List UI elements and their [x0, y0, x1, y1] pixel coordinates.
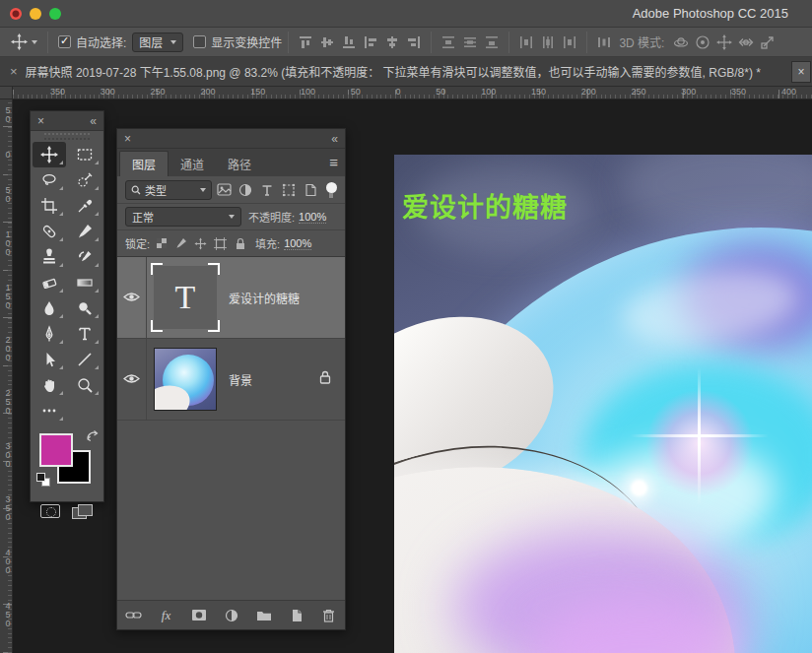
more-tools[interactable]	[33, 398, 66, 424]
distribute-bottom-edges-icon[interactable]	[481, 32, 503, 53]
lock-position-icon[interactable]	[192, 235, 209, 251]
swap-colors-icon[interactable]	[86, 429, 99, 444]
show-transform-checkbox[interactable]	[193, 35, 206, 48]
tools-panel-close-icon[interactable]	[37, 114, 44, 128]
eraser-tool[interactable]	[33, 270, 66, 295]
history-brush-tool[interactable]	[68, 244, 102, 270]
document-canvas[interactable]: 爱设计的糖糖	[394, 155, 812, 653]
lasso-tool[interactable]	[33, 167, 66, 193]
layer-row-background[interactable]: 背景	[117, 339, 345, 421]
distribute-spacing-icon[interactable]	[593, 32, 615, 53]
filter-on-off-switch[interactable]	[325, 181, 337, 199]
align-right-edges-icon[interactable]	[403, 32, 425, 53]
align-horizontal-centers-icon[interactable]	[381, 32, 403, 53]
3d-pan-icon[interactable]	[713, 32, 735, 53]
opacity-value[interactable]: 100%	[299, 211, 326, 224]
dodge-tool[interactable]	[68, 295, 102, 321]
document-tab-title[interactable]: 屏幕快照 2019-07-28 下午1.55.08.png @ 83.2% (填…	[26, 63, 791, 80]
default-colors-icon[interactable]	[36, 473, 51, 488]
tab-channels[interactable]: 通道	[169, 151, 216, 176]
canvas-text-layer[interactable]: 爱设计的糖糖	[402, 186, 568, 225]
zoom-window-button[interactable]	[49, 8, 61, 20]
hand-tool[interactable]	[33, 372, 66, 398]
gradient-tool[interactable]	[68, 270, 102, 295]
zoom-tool[interactable]	[68, 372, 102, 398]
delete-layer-icon[interactable]	[319, 606, 339, 625]
text-layer-thumbnail[interactable]: T	[154, 266, 217, 329]
screen-mode-button[interactable]	[72, 504, 94, 518]
link-layers-icon[interactable]	[124, 606, 144, 625]
layer-name[interactable]: 背景	[229, 371, 319, 388]
layers-panel-close-icon[interactable]	[124, 132, 131, 146]
crop-tool[interactable]	[33, 193, 66, 219]
align-vertical-centers-icon[interactable]	[316, 32, 338, 53]
pen-tool[interactable]	[33, 321, 66, 347]
filter-pixel-layers-icon[interactable]	[215, 181, 234, 199]
3d-roll-icon[interactable]	[692, 32, 713, 53]
lock-row: 锁定: 填充: 100%	[117, 230, 345, 257]
rectangular-marquee-tool[interactable]	[68, 142, 102, 167]
tool-preset-chevron-icon[interactable]	[32, 40, 37, 44]
quick-mask-button[interactable]	[40, 504, 60, 518]
lock-all-icon[interactable]	[232, 235, 248, 251]
new-group-icon[interactable]	[254, 606, 274, 625]
filter-type-layers-icon[interactable]	[258, 181, 277, 199]
blend-mode-dropdown[interactable]: 正常	[125, 207, 241, 227]
3d-orbit-icon[interactable]	[670, 32, 692, 53]
eyedropper-tool[interactable]	[68, 193, 102, 219]
auto-select-checkbox[interactable]	[58, 35, 71, 48]
align-left-edges-icon[interactable]	[360, 32, 381, 53]
filter-smart-objects-icon[interactable]	[302, 181, 320, 199]
opacity-label: 不透明度:	[248, 209, 295, 225]
document-tab-close-icon[interactable]	[0, 64, 26, 79]
tools-panel-collapse-icon[interactable]	[90, 114, 97, 128]
foreground-color-swatch[interactable]	[39, 433, 73, 467]
filter-type-dropdown[interactable]: 类型	[125, 180, 212, 200]
move-tool-options-icon[interactable]	[6, 32, 32, 53]
new-adjustment-layer-icon[interactable]	[222, 606, 241, 625]
lock-image-pixels-icon[interactable]	[172, 235, 189, 251]
distribute-vertical-centers-icon[interactable]	[459, 32, 481, 53]
distribute-horizontal-centers-icon[interactable]	[537, 32, 559, 53]
move-tool[interactable]	[33, 142, 66, 167]
3d-slide-icon[interactable]	[735, 32, 757, 53]
layers-panel-collapse-icon[interactable]	[331, 132, 338, 146]
minimize-window-button[interactable]	[30, 8, 41, 20]
close-window-button[interactable]	[10, 8, 22, 20]
path-selection-tool[interactable]	[33, 347, 66, 372]
panel-menu-icon[interactable]	[329, 154, 338, 170]
new-layer-icon[interactable]	[287, 606, 306, 625]
distribute-right-edges-icon[interactable]	[559, 32, 580, 53]
spot-healing-brush-tool[interactable]	[33, 219, 66, 244]
filter-adjustment-layers-icon[interactable]	[237, 181, 255, 199]
add-layer-mask-icon[interactable]	[189, 606, 209, 625]
align-top-edges-icon[interactable]	[295, 32, 316, 53]
lock-transparent-pixels-icon[interactable]	[153, 235, 169, 251]
type-tool[interactable]	[68, 321, 102, 347]
line-tool[interactable]	[68, 347, 102, 372]
layer-row-text[interactable]: T 爱设计的糖糖	[117, 257, 345, 339]
clone-stamp-tool[interactable]	[33, 244, 66, 270]
filter-shape-layers-icon[interactable]	[280, 181, 299, 199]
tab-layers[interactable]: 图层	[119, 151, 169, 176]
layer-visibility-toggle[interactable]	[117, 257, 147, 338]
auto-select-dropdown[interactable]: 图层	[132, 33, 183, 52]
layer-style-button[interactable]: fx	[157, 606, 176, 625]
quick-selection-tool[interactable]	[68, 167, 102, 193]
lock-artboard-icon[interactable]	[212, 235, 229, 251]
fill-value[interactable]: 100%	[284, 237, 311, 250]
3d-scale-icon[interactable]	[757, 32, 778, 53]
horizontal-ruler[interactable]: 3503002502001501005005010015020025030035…	[13, 87, 812, 99]
tools-panel-grip[interactable]	[44, 133, 90, 140]
distribute-top-edges-icon[interactable]	[438, 32, 459, 53]
tab-bar-close-button[interactable]	[791, 61, 811, 83]
vertical-ruler[interactable]: 50050100150200250300350400450	[0, 99, 13, 653]
tab-paths[interactable]: 路径	[216, 151, 263, 176]
blur-tool[interactable]	[33, 295, 66, 321]
brush-tool[interactable]	[68, 219, 102, 244]
distribute-left-edges-icon[interactable]	[515, 32, 537, 53]
align-bottom-edges-icon[interactable]	[338, 32, 360, 53]
background-layer-thumbnail[interactable]	[154, 348, 217, 411]
layer-visibility-toggle[interactable]	[117, 339, 147, 420]
layer-name[interactable]: 爱设计的糖糖	[229, 290, 345, 306]
